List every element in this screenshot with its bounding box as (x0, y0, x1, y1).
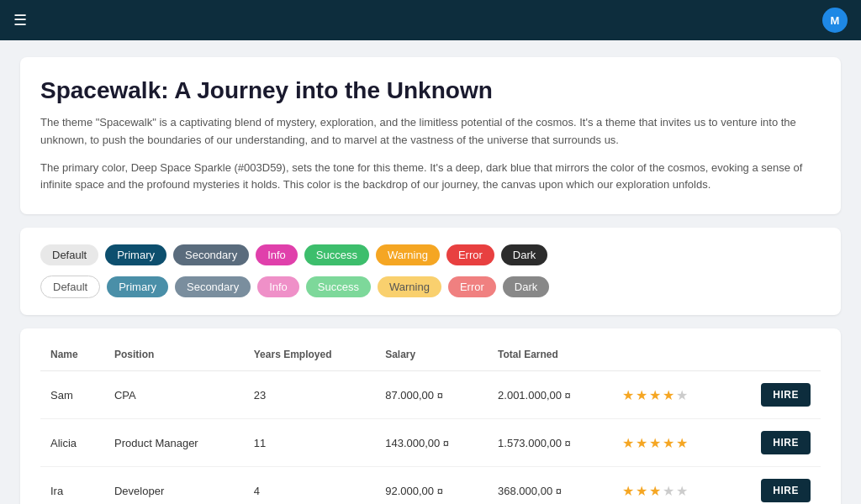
badge-primary-solid: Primary (105, 244, 166, 265)
col-name: Name (40, 342, 104, 371)
badge-error-outline: Error (448, 276, 496, 297)
title-card: Spacewalk: A Journey into the Unknown Th… (20, 57, 841, 214)
star-icon: ★ (676, 483, 688, 499)
cell-years: 11 (244, 419, 375, 467)
star-icon: ★ (636, 483, 647, 499)
col-years: Years Employed (244, 342, 375, 371)
cell-action: HIRE (727, 467, 821, 504)
star-icon: ★ (663, 435, 674, 451)
badge-secondary-solid: Secondary (173, 244, 249, 265)
col-position: Position (104, 342, 244, 371)
badge-warning-outline: Warning (378, 276, 441, 297)
cell-position: Product Manager (104, 419, 244, 467)
badge-error-solid: Error (446, 244, 494, 265)
cell-rating: ★★★★★ (612, 419, 727, 467)
page-title: Spacewalk: A Journey into the Unknown (40, 77, 821, 104)
star-icon: ★ (636, 387, 647, 403)
cell-total: 368.000,00 ¤ (488, 467, 612, 504)
cell-name: Alicia (40, 419, 104, 467)
menu-icon[interactable]: ☰ (13, 11, 27, 29)
hire-button[interactable]: HIRE (761, 431, 811, 454)
col-total: Total Earned (488, 342, 612, 371)
cell-position: Developer (104, 467, 244, 504)
star-icon: ★ (649, 483, 661, 499)
cell-action: HIRE (727, 419, 821, 467)
badge-info-outline: Info (257, 276, 299, 297)
cell-years: 23 (244, 371, 375, 419)
data-table: Name Position Years Employed Salary Tota… (40, 342, 821, 504)
cell-salary: 87.000,00 ¤ (375, 371, 488, 419)
cell-name: Sam (40, 371, 104, 419)
star-icon: ★ (622, 435, 634, 451)
cell-name: Ira (40, 467, 104, 504)
cell-salary: 92.000,00 ¤ (375, 467, 488, 504)
star-icon: ★ (622, 387, 634, 403)
cell-action: HIRE (727, 371, 821, 419)
table-row: SamCPA2387.000,00 ¤2.001.000,00 ¤★★★★★HI… (40, 371, 821, 419)
hire-button[interactable]: HIRE (761, 383, 811, 407)
cell-rating: ★★★★★ (612, 467, 727, 504)
top-navigation: ☰ M (0, 0, 861, 40)
badge-success-outline: Success (306, 276, 371, 297)
cell-rating: ★★★★★ (612, 371, 727, 419)
description-para1: The theme "Spacewalk" is a captivating b… (40, 114, 821, 150)
table-row: AliciaProduct Manager11143.000,00 ¤1.573… (40, 419, 821, 467)
star-icon: ★ (663, 387, 674, 403)
badge-secondary-outline: Secondary (175, 276, 251, 297)
badge-default-outline: Default (40, 276, 100, 298)
star-icon: ★ (676, 387, 688, 403)
table-header-row: Name Position Years Employed Salary Tota… (40, 342, 821, 371)
badge-primary-outline: Primary (107, 276, 168, 297)
col-salary: Salary (375, 342, 488, 371)
cell-total: 2.001.000,00 ¤ (488, 371, 612, 419)
hire-button[interactable]: HIRE (761, 479, 811, 502)
table-card: Name Position Years Employed Salary Tota… (20, 328, 841, 504)
badge-dark-solid: Dark (501, 244, 547, 265)
description-para2: The primary color, Deep Space Sparkle (#… (40, 160, 821, 195)
badge-row-1: DefaultPrimarySecondaryInfoSuccessWarnin… (40, 244, 821, 265)
star-icon: ★ (622, 483, 634, 499)
badge-dark-outline: Dark (503, 276, 549, 297)
star-icon: ★ (636, 435, 647, 451)
badge-info-solid: Info (256, 244, 298, 265)
cell-total: 1.573.000,00 ¤ (488, 419, 612, 467)
star-icon: ★ (676, 435, 688, 451)
avatar[interactable]: M (822, 8, 848, 33)
table-row: IraDeveloper492.000,00 ¤368.000,00 ¤★★★★… (40, 467, 821, 504)
badges-card: DefaultPrimarySecondaryInfoSuccessWarnin… (20, 228, 841, 315)
badge-warning-solid: Warning (376, 244, 440, 265)
star-icon: ★ (663, 483, 674, 499)
cell-position: CPA (104, 371, 244, 419)
col-rating (612, 342, 727, 371)
cell-salary: 143.000,00 ¤ (375, 419, 488, 467)
col-action (727, 342, 821, 371)
main-content: Spacewalk: A Journey into the Unknown Th… (0, 40, 861, 504)
star-icon: ★ (649, 435, 661, 451)
badge-row-2: DefaultPrimarySecondaryInfoSuccessWarnin… (40, 276, 821, 298)
badge-default-solid: Default (40, 244, 98, 265)
cell-years: 4 (244, 467, 375, 504)
badge-success-solid: Success (304, 244, 369, 265)
star-icon: ★ (649, 387, 661, 403)
